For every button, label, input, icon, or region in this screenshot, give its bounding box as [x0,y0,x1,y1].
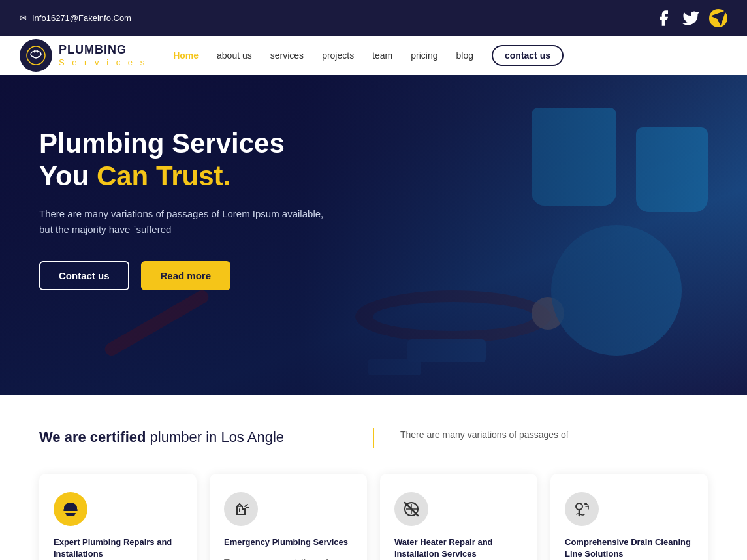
logo-brand: PLUMBING [59,43,147,57]
header-email: ✉ Info16271@Fakeinfo.Com [20,13,131,23]
nav-about[interactable]: about us [217,50,252,61]
nav-team[interactable]: team [372,50,392,61]
svg-point-6 [584,503,587,505]
hero-buttons: Contact us Read more [39,261,353,290]
hero-subtitle: There are many variations of passages of… [39,206,326,238]
card-4-title: Comprehensive Drain Cleaning Line Soluti… [565,537,693,560]
card-3-title: Water Heater Repair and Installation Ser… [394,537,523,560]
card-2: Emergency Plumbing Services There are ma… [210,474,367,560]
cards-section: Expert Plumbing Repairs and Installation… [0,454,747,560]
card-2-desc: There are many variations of passages of… [224,556,353,560]
nav-projects[interactable]: projects [322,50,354,61]
navbar: PLUMBING S e r v i c e s Home about us s… [0,36,747,75]
card-3-icon [394,492,428,526]
nav-contact[interactable]: contact us [492,45,564,66]
card-2-title: Emergency Plumbing Services [224,537,353,548]
nav-home[interactable]: Home [173,50,199,61]
intro-section: We are certified plumber in Los Angle Th… [0,395,747,454]
intro-left: We are certified plumber in Los Angle [39,428,374,448]
logo-text: PLUMBING S e r v i c e s [59,43,147,67]
hero-highlight: Can Trust. [97,161,230,191]
contact-us-button[interactable]: Contact us [39,261,129,290]
svg-point-5 [576,503,582,510]
hero-section: Plumbing Services You Can Trust. There a… [0,75,747,395]
hero-title-line2: You Can Trust. [39,161,230,191]
nav-links: Home about us services projects team pri… [173,45,727,66]
card-4: Comprehensive Drain Cleaning Line Soluti… [550,474,708,560]
social-links [654,9,727,27]
hero-title: Plumbing Services You Can Trust. [39,127,353,193]
card-1-title: Expert Plumbing Repairs and Installation… [54,537,182,560]
top-header: ✉ Info16271@Fakeinfo.Com [0,0,747,36]
logo-icon [20,39,52,72]
email-address: Info16271@Fakeinfo.Com [32,13,131,23]
logo[interactable]: PLUMBING S e r v i c e s [20,39,147,72]
svg-rect-2 [63,509,78,511]
hero-content: Plumbing Services You Can Trust. There a… [0,75,392,343]
nav-pricing[interactable]: pricing [411,50,437,61]
intro-title: We are certified plumber in Los Angle [39,428,347,448]
email-icon: ✉ [20,13,27,23]
card-3: Water Heater Repair and Installation Ser… [380,474,537,560]
card-1-icon [54,492,87,526]
facebook-icon[interactable] [654,9,673,27]
twitter-icon[interactable] [682,9,700,27]
nav-blog[interactable]: blog [456,50,473,61]
nav-services[interactable]: services [270,50,304,61]
svg-point-0 [27,46,45,65]
hero-you: You [39,161,97,191]
logo-sub: S e r v i c e s [59,57,147,68]
cards-grid: Expert Plumbing Repairs and Installation… [39,474,708,560]
intro-description: There are many variations of passages of [400,428,708,442]
intro-right: There are many variations of passages of [374,428,708,442]
intro-title-rest: plumber in Los Angle [146,429,284,445]
card-4-icon [565,492,599,526]
intro-title-bold: We are certified [39,429,146,445]
telegram-icon[interactable] [709,9,727,27]
card-2-icon [224,492,258,526]
read-more-button[interactable]: Read more [141,261,231,290]
hero-title-line1: Plumbing Services [39,128,285,159]
card-1: Expert Plumbing Repairs and Installation… [39,474,197,560]
